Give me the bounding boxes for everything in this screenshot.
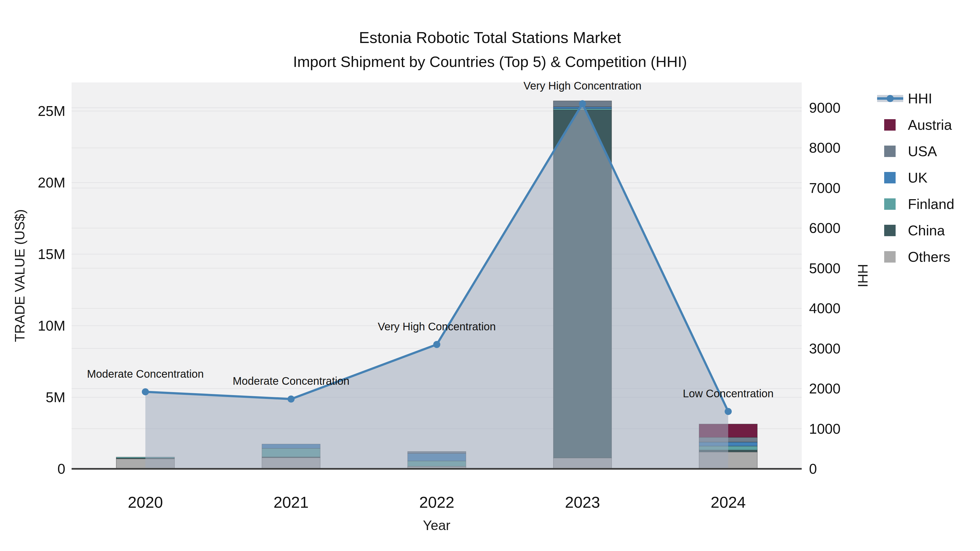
annotation-2024: Low Concentration xyxy=(683,387,774,399)
legend-hhi-marker-swatch xyxy=(887,95,894,102)
legend-item-usa[interactable]: USA xyxy=(884,143,937,159)
y-right-axis-title: HHI xyxy=(855,264,870,287)
legend-item-hhi[interactable]: HHI xyxy=(877,91,932,106)
legend-swatch-china xyxy=(884,225,896,236)
annotation-2022: Very High Concentration xyxy=(378,321,496,332)
legend-label-finland: Finland xyxy=(908,196,955,212)
legend-swatch-usa xyxy=(884,146,896,157)
x-tick-2020: 2020 xyxy=(128,493,163,511)
legend-swatch-others xyxy=(884,251,896,263)
y-right-tick-4000: 4000 xyxy=(809,300,841,316)
hhi-marker-2022 xyxy=(433,341,441,348)
legend-label-china: China xyxy=(908,222,945,238)
y-left-tick-15M: 15M xyxy=(38,246,65,262)
chart-subtitle: Import Shipment by Countries (Top 5) & C… xyxy=(293,53,687,70)
hhi-marker-2021 xyxy=(288,395,294,402)
x-tick-2023: 2023 xyxy=(565,493,600,511)
annotation-2023: Very High Concentration xyxy=(523,80,642,92)
figure: Estonia Robotic Total Stations Market Im… xyxy=(0,0,980,551)
y-left-tick-10M: 10M xyxy=(38,318,65,333)
legend-label-others: Others xyxy=(908,249,950,265)
hhi-marker-2024 xyxy=(725,408,732,415)
x-axis-title: Year xyxy=(423,518,450,533)
y-right-tick-5000: 5000 xyxy=(809,260,841,276)
y-right-tick-3000: 3000 xyxy=(809,341,841,356)
hhi-marker-2023 xyxy=(579,100,586,107)
annotation-2020: Moderate Concentration xyxy=(87,368,204,380)
y-right-tick-8000: 8000 xyxy=(809,140,841,156)
legend-swatch-uk xyxy=(884,172,896,183)
legend-item-uk[interactable]: UK xyxy=(884,170,928,186)
legend-label-hhi: HHI xyxy=(908,91,932,106)
y-left-tick-25M: 25M xyxy=(38,103,65,119)
hhi-marker-2020 xyxy=(142,388,149,395)
legend-swatch-austria xyxy=(884,119,896,130)
legend-swatch-finland xyxy=(884,198,896,210)
y-right-tick-2000: 2000 xyxy=(809,381,841,397)
y-right-tick-7000: 7000 xyxy=(809,180,841,196)
legend-label-uk: UK xyxy=(908,170,928,186)
chart-title: Estonia Robotic Total Stations Market xyxy=(359,29,621,46)
legend-label-austria: Austria xyxy=(908,117,952,133)
annotation-2021: Moderate Concentration xyxy=(233,375,350,387)
x-tick-2022: 2022 xyxy=(419,493,454,511)
legend-label-usa: USA xyxy=(908,143,937,159)
y-right-tick-1000: 1000 xyxy=(809,421,841,437)
y-left-axis-title: TRADE VALUE (US$) xyxy=(12,209,27,342)
chart-svg: Estonia Robotic Total Stations Market Im… xyxy=(0,0,980,551)
legend-item-china[interactable]: China xyxy=(884,222,945,238)
y-left-tick-20M: 20M xyxy=(38,175,65,191)
y-right-tick-0: 0 xyxy=(809,461,817,477)
x-tick-2024: 2024 xyxy=(711,493,746,511)
y-left-tick-5M: 5M xyxy=(46,389,65,405)
y-right-tick-9000: 9000 xyxy=(809,100,841,116)
legend-item-others[interactable]: Others xyxy=(884,249,950,265)
y-right-tick-6000: 6000 xyxy=(809,220,841,236)
y-left-tick-0: 0 xyxy=(57,461,65,477)
x-tick-2021: 2021 xyxy=(274,493,309,511)
legend-item-finland[interactable]: Finland xyxy=(884,196,955,212)
legend-item-austria[interactable]: Austria xyxy=(884,117,952,133)
